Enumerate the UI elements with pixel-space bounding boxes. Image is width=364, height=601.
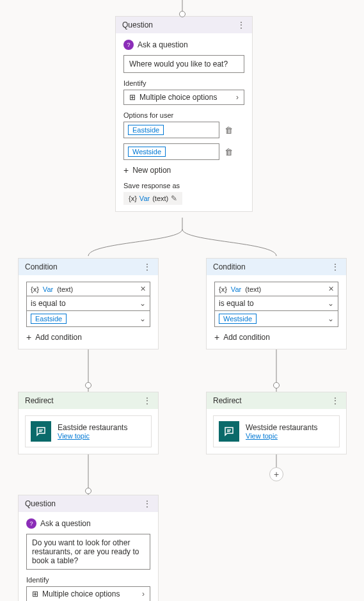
redirect-node-right: Redirect ⋮ Westside restaurants View top… — [206, 392, 347, 454]
redirect-header-title: Redirect — [213, 396, 242, 405]
chevron-right-icon: › — [142, 589, 145, 598]
node-menu-icon[interactable]: ⋮ — [143, 262, 152, 271]
condition-header: Condition ⋮ — [207, 259, 346, 275]
redirect-card: Eastside restaurants View topic — [25, 415, 152, 447]
question-header-title: Question — [122, 20, 153, 29]
trash-icon[interactable]: 🗑 — [225, 147, 233, 157]
var-name: Var — [139, 195, 150, 202]
add-condition-button[interactable]: + Add condition — [214, 332, 338, 342]
node-menu-icon[interactable]: ⋮ — [331, 396, 340, 405]
question-header-title: Question — [25, 499, 56, 508]
question-node-1: Question ⋮ ? Ask a question Where would … — [115, 16, 253, 212]
trash-icon[interactable]: 🗑 — [225, 125, 233, 135]
condition-header-title: Condition — [213, 262, 246, 271]
operator-select[interactable]: is equal to ⌄ — [214, 296, 338, 311]
identify-value: Multiple choice options — [42, 589, 120, 598]
options-label: Options for user — [123, 111, 244, 119]
option-row: Westside 🗑 — [123, 143, 244, 160]
question-prompt-input[interactable]: Do you want to look for other restaurant… — [26, 534, 150, 570]
plus-icon: + — [26, 332, 31, 342]
question-icon: ? — [123, 40, 134, 50]
grid-icon: ⊞ — [32, 589, 38, 598]
new-option-button[interactable]: + New option — [123, 165, 244, 175]
chevron-down-icon: ⌄ — [328, 314, 334, 323]
ask-question-label: Ask a question — [138, 40, 188, 49]
redirect-title: Eastside restaurants — [58, 423, 127, 432]
port-above-redirect-right — [273, 382, 280, 389]
add-node-button[interactable]: + — [269, 467, 283, 481]
redirect-card: Westside restaurants View topic — [213, 415, 340, 447]
identify-label: Identify — [26, 576, 150, 584]
save-response-label: Save response as — [123, 182, 244, 189]
question-icon: ? — [26, 518, 36, 529]
question-node-2: Question ⋮ ? Ask a question Do you want … — [18, 495, 159, 601]
chat-icon — [219, 421, 239, 442]
chevron-down-icon: ⌄ — [139, 299, 146, 308]
chat-icon — [31, 421, 51, 442]
option-row: Eastside 🗑 — [123, 122, 244, 138]
clear-icon[interactable]: ✕ — [328, 285, 334, 293]
redirect-header: Redirect ⋮ — [19, 392, 158, 409]
value-select[interactable]: Eastside ⌄ — [26, 310, 150, 327]
view-topic-link[interactable]: View topic — [246, 432, 318, 440]
condition-node-left: Condition ⋮ {x} Var (text) ✕ is equal to… — [18, 258, 159, 349]
identify-select[interactable]: ⊞ Multiple choice options › — [26, 586, 150, 601]
identify-label: Identify — [123, 79, 244, 87]
grid-icon: ⊞ — [129, 93, 136, 102]
node-menu-icon[interactable]: ⋮ — [237, 20, 246, 29]
option-input-2[interactable]: Westside — [123, 143, 219, 160]
port-above-redirect-left — [85, 382, 91, 389]
port-above-question2 — [85, 488, 91, 494]
add-condition-button[interactable]: + Add condition — [26, 332, 150, 342]
view-topic-link[interactable]: View topic — [58, 432, 127, 440]
node-menu-icon[interactable]: ⋮ — [143, 499, 152, 508]
node-menu-icon[interactable]: ⋮ — [331, 262, 340, 271]
condition-node-right: Condition ⋮ {x} Var (text) ✕ is equal to… — [206, 258, 347, 349]
var-prefix: {x} — [129, 195, 137, 202]
redirect-node-left: Redirect ⋮ Eastside restaurants View top… — [18, 392, 159, 454]
operator-select[interactable]: is equal to ⌄ — [26, 296, 150, 311]
clear-icon[interactable]: ✕ — [140, 285, 146, 293]
option-input-1[interactable]: Eastside — [123, 122, 219, 138]
variable-pill[interactable]: {x} Var (text) ✎ — [123, 192, 182, 205]
identify-select[interactable]: ⊞ Multiple choice options › — [123, 90, 244, 105]
port-top-question — [179, 11, 186, 17]
question-header: Question ⋮ — [116, 17, 252, 33]
plus-icon: + — [123, 165, 129, 175]
plus-icon: + — [214, 332, 219, 342]
pencil-icon[interactable]: ✎ — [171, 194, 177, 203]
question-header: Question ⋮ — [19, 495, 158, 512]
chevron-down-icon: ⌄ — [328, 299, 334, 308]
chevron-right-icon: › — [236, 93, 239, 102]
redirect-title: Westside restaurants — [246, 423, 318, 432]
condition-variable-box[interactable]: {x} Var (text) ✕ — [26, 282, 150, 296]
chevron-down-icon: ⌄ — [139, 314, 146, 323]
condition-header: Condition ⋮ — [19, 259, 158, 275]
question-prompt-input[interactable]: Where would you like to eat? — [123, 55, 244, 73]
identify-value: Multiple choice options — [139, 93, 217, 102]
var-type: (text) — [152, 195, 168, 202]
condition-header-title: Condition — [25, 262, 58, 271]
ask-question-label: Ask a question — [40, 519, 91, 528]
redirect-header: Redirect ⋮ — [207, 392, 346, 409]
redirect-header-title: Redirect — [25, 396, 54, 405]
condition-variable-box[interactable]: {x} Var (text) ✕ — [214, 282, 338, 296]
value-select[interactable]: Westside ⌄ — [214, 310, 338, 327]
node-menu-icon[interactable]: ⋮ — [143, 396, 152, 405]
